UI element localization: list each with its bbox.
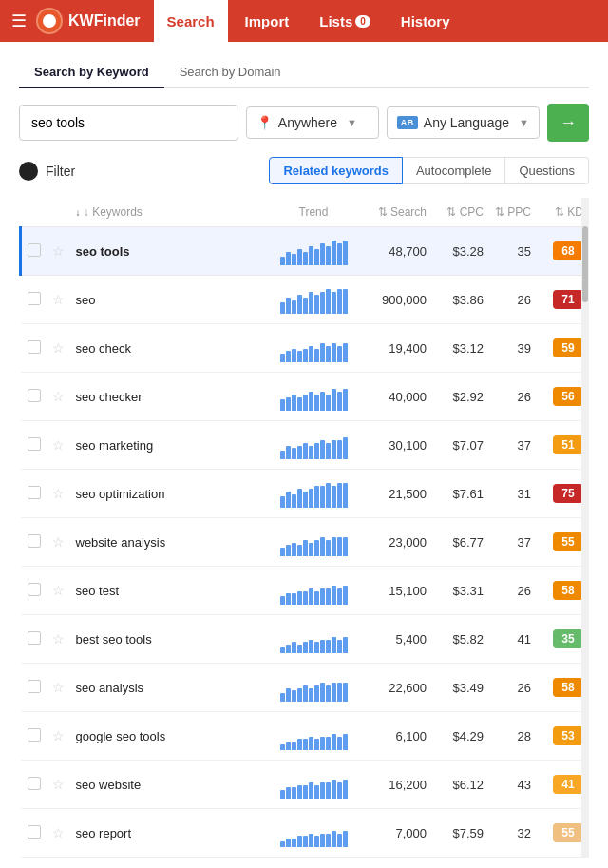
- keyword-input[interactable]: [19, 105, 238, 141]
- star-icon[interactable]: ☆: [52, 631, 65, 646]
- cell-star[interactable]: ☆: [48, 227, 70, 276]
- table-header-row: ↓ ↓ Keywords Trend ⇅ Search ⇅ CPC ⇅ PPC …: [21, 198, 590, 227]
- col-header-search[interactable]: ⇅ Search: [356, 198, 432, 227]
- cell-search: 30,100: [356, 421, 432, 470]
- cell-check[interactable]: [21, 227, 48, 276]
- cell-check[interactable]: [21, 615, 48, 664]
- star-icon[interactable]: ☆: [52, 825, 65, 840]
- trend-bars: [276, 237, 351, 265]
- trend-bars: [276, 479, 351, 508]
- checkbox[interactable]: [28, 340, 41, 354]
- cell-keyword: seo tools: [70, 227, 272, 276]
- cell-check[interactable]: [21, 664, 48, 712]
- col-header-trend[interactable]: Trend: [271, 198, 356, 227]
- cell-trend: [271, 615, 356, 664]
- kd-badge: 53: [553, 726, 583, 745]
- star-icon[interactable]: ☆: [52, 292, 65, 307]
- cell-check[interactable]: [21, 712, 48, 761]
- cell-check[interactable]: [21, 470, 48, 518]
- tab-autocomplete[interactable]: Autocomplete: [403, 157, 506, 184]
- cell-cpc: $3.49: [432, 664, 489, 712]
- filter-label: Filter: [46, 164, 75, 179]
- language-selector[interactable]: AB Any Language ▼: [387, 106, 540, 139]
- location-selector[interactable]: 📍 Anywhere ▼: [246, 106, 379, 139]
- cell-search: 22,600: [356, 664, 432, 712]
- checkbox[interactable]: [28, 389, 41, 402]
- cell-cpc: $6.77: [432, 518, 489, 567]
- star-icon[interactable]: ☆: [52, 437, 65, 453]
- star-icon[interactable]: ☆: [52, 486, 65, 501]
- kd-badge: 51: [553, 435, 583, 454]
- cell-star[interactable]: ☆: [48, 809, 70, 858]
- cell-trend: [271, 276, 356, 324]
- checkbox[interactable]: [28, 825, 41, 839]
- scrollbar[interactable]: [581, 198, 589, 858]
- nav-history[interactable]: History: [388, 0, 464, 42]
- tab-questions[interactable]: Questions: [505, 157, 589, 184]
- cell-star[interactable]: ☆: [48, 421, 70, 470]
- cell-trend: [271, 567, 356, 615]
- star-icon[interactable]: ☆: [52, 680, 65, 695]
- checkbox[interactable]: [28, 292, 41, 305]
- tab-search-by-keyword[interactable]: Search by Keyword: [19, 57, 164, 88]
- tab-search-by-domain[interactable]: Search by Domain: [164, 57, 296, 88]
- col-header-ppc[interactable]: ⇅ PPC: [489, 198, 537, 227]
- cell-star[interactable]: ☆: [48, 373, 70, 421]
- search-tabs: Search by Keyword Search by Domain: [19, 57, 589, 88]
- col-header-keyword[interactable]: ↓ ↓ Keywords: [70, 198, 272, 227]
- cell-check[interactable]: [21, 809, 48, 858]
- cell-star[interactable]: ☆: [48, 276, 70, 324]
- checkbox[interactable]: [28, 728, 41, 742]
- table-row: ☆ google seo tools 6,100 $4.29 28 53: [21, 712, 590, 761]
- lists-badge: 0: [355, 15, 370, 28]
- nav-import[interactable]: Import: [232, 0, 303, 42]
- cell-star[interactable]: ☆: [48, 615, 70, 664]
- cell-check[interactable]: [21, 567, 48, 615]
- language-label: Any Language: [424, 115, 509, 130]
- star-icon[interactable]: ☆: [52, 728, 65, 743]
- cell-star[interactable]: ☆: [48, 761, 70, 809]
- cell-star[interactable]: ☆: [48, 712, 70, 761]
- trend-bars: [276, 722, 351, 750]
- checkbox[interactable]: [28, 437, 41, 451]
- cell-check[interactable]: [21, 761, 48, 809]
- col-header-cpc[interactable]: ⇅ CPC: [432, 198, 489, 227]
- table-row: ☆ seo analysis 22,600 $3.49 26 58: [21, 664, 590, 712]
- cell-star[interactable]: ☆: [48, 518, 70, 567]
- cell-star[interactable]: ☆: [48, 664, 70, 712]
- search-button[interactable]: →: [547, 104, 589, 142]
- cell-check[interactable]: [21, 324, 48, 373]
- checkbox[interactable]: [28, 486, 41, 499]
- cell-ppc: 41: [489, 615, 537, 664]
- cell-check[interactable]: [21, 518, 48, 567]
- cell-star[interactable]: ☆: [48, 567, 70, 615]
- scrollbar-thumb[interactable]: [582, 226, 588, 302]
- checkbox[interactable]: [28, 583, 41, 596]
- filter-toggle[interactable]: Filter: [19, 162, 75, 181]
- cell-cpc: $7.59: [432, 809, 489, 858]
- nav-lists[interactable]: Lists 0: [306, 0, 384, 42]
- cell-trend: [271, 761, 356, 809]
- cell-star[interactable]: ☆: [48, 470, 70, 518]
- cell-check[interactable]: [21, 421, 48, 470]
- hamburger-icon[interactable]: ☰: [11, 10, 27, 31]
- tab-related-keywords[interactable]: Related keywords: [269, 157, 403, 184]
- language-dropdown-arrow: ▼: [519, 117, 529, 128]
- star-icon[interactable]: ☆: [52, 534, 65, 550]
- cell-star[interactable]: ☆: [48, 324, 70, 373]
- cell-check[interactable]: [21, 276, 48, 324]
- cell-check[interactable]: [21, 373, 48, 421]
- top-nav: ☰ KWFinder Search Import Lists 0 History: [0, 0, 608, 42]
- checkbox[interactable]: [28, 243, 41, 257]
- star-icon[interactable]: ☆: [52, 243, 65, 259]
- checkbox[interactable]: [28, 631, 41, 645]
- star-icon[interactable]: ☆: [52, 340, 65, 356]
- cell-ppc: 37: [489, 421, 537, 470]
- checkbox[interactable]: [28, 680, 41, 693]
- checkbox[interactable]: [28, 534, 41, 548]
- checkbox[interactable]: [28, 777, 41, 790]
- star-icon[interactable]: ☆: [52, 583, 65, 598]
- star-icon[interactable]: ☆: [52, 777, 65, 792]
- nav-search[interactable]: Search: [154, 0, 228, 42]
- star-icon[interactable]: ☆: [52, 389, 65, 404]
